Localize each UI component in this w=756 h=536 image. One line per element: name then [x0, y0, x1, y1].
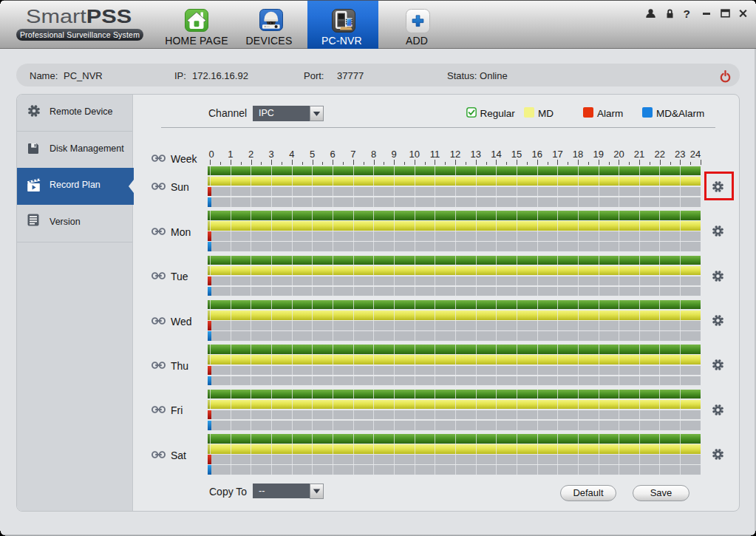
- svg-text:?: ?: [684, 7, 690, 20]
